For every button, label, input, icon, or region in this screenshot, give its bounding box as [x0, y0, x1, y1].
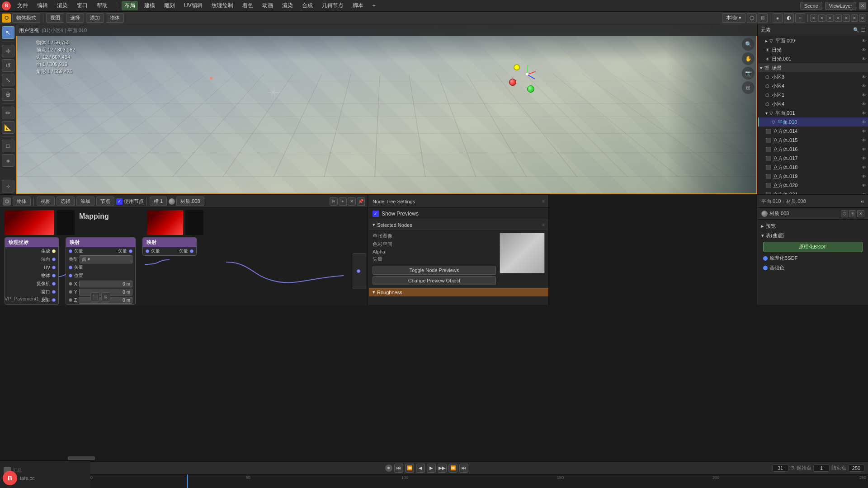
socket-camera[interactable] — [52, 282, 56, 286]
x-close-1[interactable]: ✕ — [810, 14, 817, 22]
shading-solid[interactable]: ● — [773, 13, 783, 23]
menu-compositing[interactable]: 合成 — [299, 1, 316, 10]
socket-mapping-vec[interactable] — [69, 266, 72, 269]
outliner-item[interactable]: ⬛ 立方体.015 👁 — [758, 136, 868, 145]
visibility-icon[interactable]: 👁 — [862, 156, 866, 161]
toggle-node-previews-btn[interactable]: Toggle Node Previews — [373, 266, 496, 275]
scene-selector[interactable]: Scene — [800, 2, 822, 10]
visibility-icon[interactable]: 👁 — [862, 129, 866, 134]
socket-partial[interactable] — [357, 269, 360, 273]
menu-render[interactable]: 渲染 — [54, 1, 71, 10]
3d-viewport[interactable]: 用户透视 (31)小区4 | 平面.010 物体 1 / 56,750 顶点 1… — [16, 24, 757, 194]
jump-start-btn[interactable]: ⏮ — [394, 464, 403, 473]
texture-btn-1[interactable]: ⬛ — [90, 292, 99, 301]
menu-help[interactable]: 帮助 — [94, 1, 110, 10]
node-node-menu[interactable]: 节点 — [96, 197, 114, 206]
close-button[interactable]: ✕ — [859, 2, 866, 9]
transform-red-sphere[interactable] — [509, 79, 516, 86]
transform-green-sphere[interactable] — [527, 85, 534, 93]
outliner-item[interactable]: ⬛ 立方体.018 👁 — [758, 163, 868, 172]
node-add-menu[interactable]: 添加 — [76, 197, 94, 206]
socket-z[interactable] — [69, 298, 72, 302]
camera-local[interactable]: 本地/ ▾ — [722, 13, 745, 23]
emission-node[interactable]: 映射 矢量 矢量 — [142, 237, 197, 256]
node-scroll-bar[interactable] — [0, 456, 868, 460]
outliner-item[interactable]: ⬛ 立方体.020 👁 — [758, 181, 868, 190]
visibility-icon[interactable]: 👁 — [862, 56, 866, 61]
prev-frame-btn[interactable]: ◀ — [416, 464, 425, 473]
outliner-item[interactable]: ▸ ▽ 平面.009 👁 — [758, 36, 868, 45]
transform-yellow-circle[interactable] — [514, 64, 520, 70]
x-close-7[interactable]: ✕ — [859, 14, 866, 22]
socket-vector-in[interactable] — [69, 249, 72, 253]
menu-plus[interactable]: + — [370, 2, 378, 10]
socket-generate[interactable] — [52, 249, 56, 253]
timeline-playhead[interactable] — [187, 474, 188, 488]
outliner-item[interactable]: ⬛ 立方体.014 👁 — [758, 127, 868, 136]
surface-section-toggle[interactable]: ▾ 表(曲)面 — [758, 231, 868, 240]
mat-btn-1[interactable]: ⬡ — [841, 210, 848, 217]
viewport-icon-2[interactable]: ⊞ — [758, 13, 768, 23]
shading-material[interactable]: ◐ — [784, 13, 794, 23]
x-close-3[interactable]: ✕ — [826, 14, 834, 22]
socket-object[interactable] — [52, 274, 56, 277]
gizmo-camera[interactable]: 📷 — [742, 67, 755, 80]
texture-coord-node[interactable]: 纹理坐标 生成 法向 UV 物体 摄像机 窗口 反射 — [5, 237, 59, 305]
tool-cursor[interactable]: ⊹ — [2, 180, 14, 192]
socket-x[interactable] — [69, 282, 72, 286]
socket-window[interactable] — [52, 290, 56, 294]
outliner-item[interactable]: ⬡ 小区4 👁 — [758, 81, 868, 90]
socket-emission-out[interactable] — [190, 249, 193, 253]
start-frame-input[interactable] — [813, 465, 830, 472]
material-selector-dropdown[interactable]: 材质.008 — [769, 210, 789, 217]
viewport-icon-1[interactable]: ⬡ — [747, 13, 757, 23]
tool-add-cube[interactable]: ☐ — [2, 140, 14, 152]
node-select-menu[interactable]: 选择 — [57, 197, 75, 206]
menu-render2[interactable]: 渲染 — [279, 1, 296, 10]
mat-btn-2[interactable]: ⎘ — [849, 210, 856, 217]
change-preview-object-btn[interactable]: Change Preview Object — [373, 276, 496, 285]
visibility-icon[interactable]: 👁 — [862, 174, 866, 179]
outliner-item[interactable]: ⬛ 立方体.016 👁 — [758, 145, 868, 154]
menu-file[interactable]: 文件 — [14, 1, 31, 10]
slot-selector[interactable]: 槽 1 — [150, 197, 167, 206]
socket-emission-in[interactable] — [146, 249, 149, 253]
x-close-5[interactable]: ✕ — [843, 14, 850, 22]
tool-select[interactable]: ↖ — [2, 26, 14, 39]
visibility-icon[interactable]: 👁 — [862, 93, 866, 98]
visibility-icon[interactable]: 👁 — [862, 147, 866, 152]
x-close-6[interactable]: ✕ — [851, 14, 858, 22]
menu-texture[interactable]: 纹理绘制 — [209, 1, 236, 10]
outliner-scene-item[interactable]: ▾ 🎬 场景 — [758, 63, 868, 72]
use-nodes-button[interactable]: 原理化BSDF — [763, 242, 863, 252]
visibility-icon[interactable]: 👁 — [862, 183, 866, 188]
outliner-item[interactable]: ⬡ 小区1 👁 — [758, 90, 868, 99]
record-btn[interactable]: ⏺ — [385, 465, 392, 472]
mode-selector[interactable]: 物体模式 — [12, 13, 40, 23]
menu-modeling[interactable]: 建模 — [142, 1, 158, 10]
next-frame-btn[interactable]: ▶▶ — [438, 464, 447, 473]
jump-end-btn[interactable]: ⏭ — [459, 464, 468, 473]
outliner-filter[interactable]: 🔍 — [853, 27, 859, 33]
tool-rotate[interactable]: ↺ — [2, 59, 14, 72]
node-object-selector[interactable]: 物体 — [13, 197, 31, 206]
tool-extra[interactable]: ◈ — [2, 154, 14, 167]
copy-button[interactable]: ⎘ — [330, 197, 338, 206]
menu-layout[interactable]: 布局 — [122, 1, 138, 10]
type-dropdown[interactable]: 点 ▾ — [80, 255, 132, 263]
outliner-item[interactable]: ☀ 日光.001 👁 — [758, 54, 868, 63]
shading-rendered[interactable]: ○ — [795, 13, 805, 23]
settings-options-icon[interactable]: ≡ — [542, 199, 545, 204]
menu-edit[interactable]: 编辑 — [34, 1, 51, 10]
material-selector[interactable]: 材质.008 — [176, 197, 204, 206]
socket-normal[interactable] — [52, 258, 56, 261]
outliner-item[interactable]: ⬛ 立方体.017 👁 — [758, 154, 868, 163]
menu-uv[interactable]: UV编辑 — [181, 1, 205, 10]
socket-position[interactable] — [69, 274, 72, 277]
close-editor[interactable]: ✕ — [348, 197, 356, 206]
use-nodes-checkbox[interactable]: ✓ — [116, 198, 123, 205]
use-nodes-toggle[interactable]: ✓ 使用节点 — [116, 198, 144, 205]
menu-window[interactable]: 窗口 — [74, 1, 90, 10]
menu-geometry-nodes[interactable]: 几何节点 — [319, 1, 346, 10]
outliner-item[interactable]: ☀ 日光 👁 — [758, 45, 868, 54]
